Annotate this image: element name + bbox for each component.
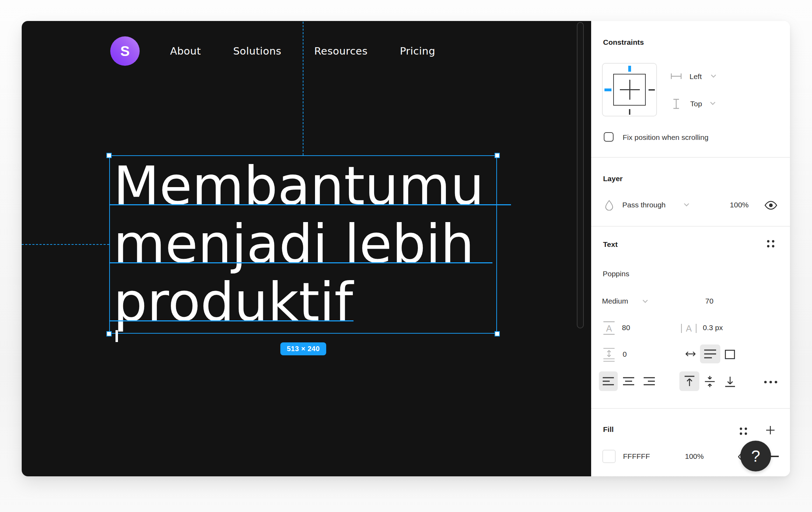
auto-height-button[interactable]: [700, 344, 720, 363]
section-divider: [591, 226, 790, 227]
layer-title: Layer: [603, 174, 623, 183]
font-size-input[interactable]: 70: [705, 297, 713, 306]
nav-item-resources[interactable]: Resources: [314, 44, 368, 58]
fill-opacity-input[interactable]: 100%: [685, 452, 704, 461]
auto-width-button[interactable]: [684, 349, 697, 359]
chevron-down-icon[interactable]: [710, 101, 716, 105]
font-family-select[interactable]: Poppins: [603, 269, 629, 278]
vertical-constraint-select[interactable]: Top: [690, 99, 702, 108]
fix-position-checkbox[interactable]: [604, 132, 614, 142]
fix-position-label: Fix position when scrolling: [623, 133, 708, 142]
fill-color-swatch[interactable]: [602, 450, 616, 463]
text-styles-icon[interactable]: [766, 239, 775, 248]
text-align-center-button[interactable]: [623, 377, 635, 386]
chevron-down-icon[interactable]: [710, 74, 716, 78]
horizontal-constraint-icon: [670, 72, 682, 80]
fixed-size-button[interactable]: [724, 349, 735, 360]
paragraph-spacing-input[interactable]: 0: [623, 350, 627, 359]
text-align-left-button[interactable]: [599, 371, 618, 391]
site-logo-letter: S: [120, 43, 130, 59]
vertical-align-middle-button[interactable]: [704, 375, 715, 388]
blend-mode-select[interactable]: Pass through: [622, 200, 666, 209]
line-height-icon: A: [602, 321, 616, 335]
section-divider: [591, 408, 790, 409]
nav-item-solutions[interactable]: Solutions: [233, 44, 281, 58]
layer-opacity-input[interactable]: 100%: [714, 200, 749, 209]
properties-panel: Constraints Left Top Fix position when s…: [591, 21, 790, 476]
vertical-align-bottom-button[interactable]: [724, 376, 736, 387]
constraints-plus-icon: [629, 80, 630, 100]
text-align-right-button[interactable]: [643, 377, 655, 386]
selection-handle-bottom-left[interactable]: [106, 331, 112, 336]
design-tool-window: S About Solutions Resources Pricing Memb…: [22, 21, 790, 476]
vertical-align-top-button[interactable]: [679, 371, 699, 391]
nav-item-pricing[interactable]: Pricing: [400, 44, 435, 58]
fill-styles-icon[interactable]: [739, 427, 748, 436]
selection-bounding-box[interactable]: [109, 155, 497, 334]
text-section-title: Text: [603, 240, 618, 249]
svg-text:A: A: [606, 323, 612, 333]
help-button[interactable]: ?: [740, 441, 771, 471]
letter-spacing-icon: A: [680, 321, 698, 335]
chevron-down-icon[interactable]: [684, 203, 690, 207]
constraint-bottom-tick[interactable]: [629, 109, 630, 115]
nav-item-about[interactable]: About: [170, 44, 201, 58]
fill-title: Fill: [603, 425, 614, 434]
section-divider: [591, 157, 790, 158]
paragraph-spacing-icon: [602, 347, 616, 362]
selection-handle-top-right[interactable]: [495, 153, 500, 158]
constraint-top-tick[interactable]: [628, 66, 631, 72]
font-weight-select[interactable]: Medium: [602, 297, 628, 306]
horizontal-constraint-select[interactable]: Left: [690, 72, 702, 81]
center-guide-horizontal: [22, 244, 109, 245]
more-options-icon[interactable]: [763, 380, 778, 384]
canvas-scrollbar[interactable]: [577, 22, 584, 328]
add-fill-icon[interactable]: [765, 425, 776, 435]
text-cursor: [115, 330, 118, 342]
design-canvas[interactable]: S About Solutions Resources Pricing Memb…: [22, 21, 591, 476]
chevron-down-icon[interactable]: [642, 299, 648, 303]
site-logo[interactable]: S: [110, 36, 140, 66]
constraint-left-tick[interactable]: [604, 88, 611, 91]
vertical-constraint-icon: [672, 98, 680, 109]
line-height-input[interactable]: 80: [622, 323, 630, 332]
fill-hex-input[interactable]: FFFFFF: [623, 452, 650, 461]
dimension-badge: 513 × 240: [280, 342, 326, 355]
center-guide-vertical: [303, 22, 303, 155]
constraints-widget[interactable]: [602, 63, 657, 116]
svg-text:A: A: [686, 323, 692, 333]
blend-mode-icon: [604, 200, 614, 211]
letter-spacing-input[interactable]: 0.3 px: [703, 323, 723, 332]
constraint-right-tick[interactable]: [649, 89, 655, 91]
selection-handle-bottom-right[interactable]: [495, 331, 500, 336]
constraints-title: Constraints: [603, 38, 644, 47]
selection-handle-top-left[interactable]: [106, 153, 112, 158]
help-question-mark: ?: [751, 447, 760, 465]
layer-visibility-eye-icon[interactable]: [764, 201, 777, 210]
